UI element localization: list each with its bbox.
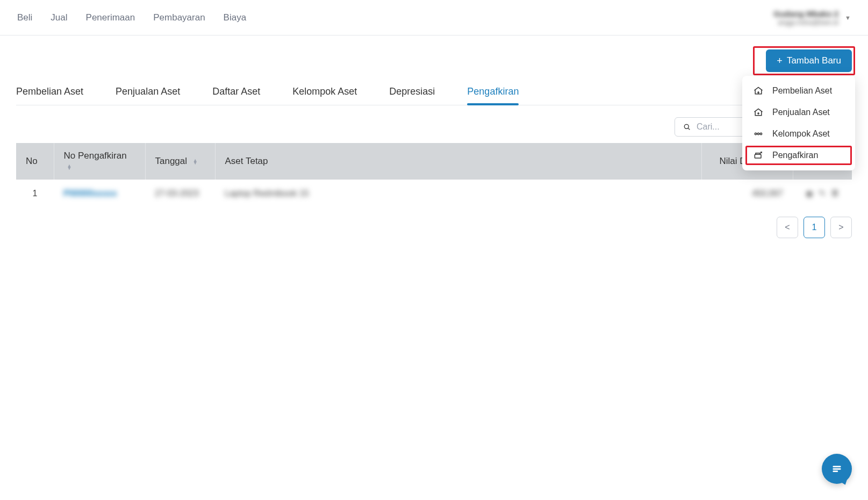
group-icon xyxy=(753,128,764,139)
user-menu[interactable]: Gudang Mbako 2 anggi.indra@bee.id ▼ xyxy=(773,9,851,26)
nav-item-pembayaran[interactable]: Pembayaran xyxy=(153,12,205,23)
tambah-baru-button[interactable]: + Tambah Baru xyxy=(766,49,852,72)
tambah-baru-dropdown: Pembelian Aset Penjualan Aset Kelompok A… xyxy=(742,76,855,170)
th-label: Tanggal xyxy=(155,156,188,166)
cell-nilai-depresiasi: 450,067 xyxy=(701,180,793,207)
nav-item-biaya[interactable]: Biaya xyxy=(224,12,247,23)
svg-rect-6 xyxy=(833,468,841,470)
tab-pengafkiran[interactable]: Pengafkiran xyxy=(467,78,519,105)
cell-text: 450,067 xyxy=(752,189,783,198)
svg-rect-7 xyxy=(833,470,838,472)
sort-icon[interactable]: ▲▼ xyxy=(67,165,72,170)
tab-depresiasi[interactable]: Depresiasi xyxy=(389,78,435,105)
top-nav: Beli Jual Penerimaan Pembayaran Biaya Gu… xyxy=(0,0,868,35)
chat-fab-button[interactable] xyxy=(822,454,852,484)
tab-pembelian-aset[interactable]: Pembelian Aset xyxy=(16,78,83,105)
pager-page-1-button[interactable]: 1 xyxy=(804,217,825,238)
svg-rect-3 xyxy=(755,154,761,158)
view-icon[interactable]: ◉ xyxy=(806,188,813,198)
dropdown-label: Kelompok Aset xyxy=(772,129,830,139)
tab-daftar-aset[interactable]: Daftar Aset xyxy=(212,78,260,105)
table-row: 1 P00000xxxxx 27-03-2023 Laptop Redmiboo… xyxy=(16,180,852,207)
dropdown-label: Pembelian Aset xyxy=(772,86,832,96)
cell-aksi: ◉ ✎ 🗑 xyxy=(793,180,852,207)
plus-icon: + xyxy=(777,56,783,66)
th-label: No Pengafkiran xyxy=(64,151,127,161)
tab-kelompok-aset[interactable]: Kelompok Aset xyxy=(292,78,357,105)
th-tanggal[interactable]: Tanggal ▲▼ xyxy=(145,143,215,180)
svg-point-2 xyxy=(760,133,762,134)
nav-item-jual[interactable]: Jual xyxy=(51,12,67,23)
sort-icon[interactable]: ▲▼ xyxy=(193,159,198,165)
sub-tabs: Pembelian Aset Penjualan Aset Daftar Ase… xyxy=(16,78,852,105)
house-out-icon xyxy=(753,107,764,118)
search-row xyxy=(16,117,852,137)
svg-point-0 xyxy=(755,133,756,134)
tab-penjualan-aset[interactable]: Penjualan Aset xyxy=(116,78,180,105)
pager-next-button[interactable]: > xyxy=(830,217,852,238)
svg-point-1 xyxy=(757,133,759,134)
user-email: anggi.indra@bee.id xyxy=(773,18,838,26)
cell-text: Laptop Redmibook 15 xyxy=(225,189,309,198)
pengafkiran-table: No No Pengafkiran ▲▼ Tanggal ▲▼ Aset Tet… xyxy=(16,143,852,207)
th-aset-tetap: Aset Tetap xyxy=(215,143,701,180)
cell-aset-tetap: Laptop Redmibook 15 xyxy=(215,180,701,207)
tambah-baru-label: Tambah Baru xyxy=(787,55,841,66)
dropdown-item-pengafkiran[interactable]: Pengafkiran xyxy=(742,145,855,166)
pager-prev-button[interactable]: < xyxy=(777,217,798,238)
page-content: + Tambah Baru Pembelian Aset Penjualan A… xyxy=(0,35,868,238)
svg-point-4 xyxy=(684,124,688,128)
cell-text: 27-03-2023 xyxy=(155,189,199,198)
pagination: < 1 > xyxy=(16,217,852,238)
cell-no: 1 xyxy=(16,180,54,207)
dropdown-item-penjualan-aset[interactable]: Penjualan Aset xyxy=(742,102,855,123)
user-name: Gudang Mbako 2 xyxy=(773,9,838,18)
edit-icon[interactable]: ✎ xyxy=(819,188,826,198)
dropdown-item-kelompok-aset[interactable]: Kelompok Aset xyxy=(742,123,855,145)
th-no: No xyxy=(16,143,54,180)
dropdown-label: Pengafkiran xyxy=(772,151,818,160)
delete-icon[interactable]: 🗑 xyxy=(831,188,840,198)
th-no-pengafkiran[interactable]: No Pengafkiran ▲▼ xyxy=(54,143,145,180)
user-text: Gudang Mbako 2 anggi.indra@bee.id xyxy=(773,9,838,26)
cell-text: P00000xxxxx xyxy=(63,189,117,198)
dropdown-label: Penjualan Aset xyxy=(772,108,830,117)
nav-item-penerimaan[interactable]: Penerimaan xyxy=(86,12,135,23)
chevron-down-icon[interactable]: ▼ xyxy=(845,15,851,21)
search-icon xyxy=(683,123,691,131)
house-in-icon xyxy=(753,85,764,96)
cell-tanggal: 27-03-2023 xyxy=(145,180,215,207)
disposal-icon xyxy=(753,150,764,161)
top-nav-left: Beli Jual Penerimaan Pembayaran Biaya xyxy=(17,12,246,23)
cell-no-pengafkiran[interactable]: P00000xxxxx xyxy=(54,180,145,207)
svg-rect-5 xyxy=(833,466,841,468)
nav-item-beli[interactable]: Beli xyxy=(17,12,32,23)
chat-icon xyxy=(830,462,844,476)
dropdown-item-pembelian-aset[interactable]: Pembelian Aset xyxy=(742,80,855,102)
